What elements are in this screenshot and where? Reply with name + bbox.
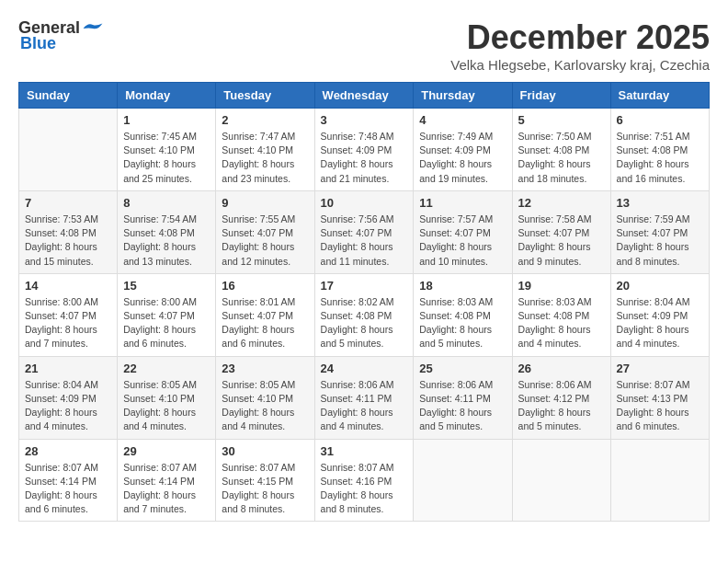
day-info: Sunrise: 7:54 AM Sunset: 4:08 PM Dayligh… <box>123 213 210 269</box>
calendar-cell: 18Sunrise: 8:03 AM Sunset: 4:08 PM Dayli… <box>414 273 512 356</box>
day-info: Sunrise: 8:06 AM Sunset: 4:12 PM Dayligh… <box>518 378 605 434</box>
day-info: Sunrise: 7:51 AM Sunset: 4:08 PM Dayligh… <box>617 130 703 186</box>
calendar-cell: 3Sunrise: 7:48 AM Sunset: 4:09 PM Daylig… <box>314 109 414 191</box>
day-number: 22 <box>123 362 210 375</box>
day-number: 26 <box>518 362 605 375</box>
calendar-cell: 16Sunrise: 8:01 AM Sunset: 4:07 PM Dayli… <box>216 273 314 356</box>
day-number: 28 <box>25 444 111 458</box>
day-number: 29 <box>123 444 210 458</box>
day-number: 19 <box>518 279 605 293</box>
calendar-cell: 28Sunrise: 8:07 AM Sunset: 4:14 PM Dayli… <box>19 439 118 522</box>
day-info: Sunrise: 7:53 AM Sunset: 4:08 PM Dayligh… <box>25 213 111 269</box>
calendar-cell: 27Sunrise: 8:07 AM Sunset: 4:13 PM Dayli… <box>610 356 709 439</box>
day-info: Sunrise: 8:00 AM Sunset: 4:07 PM Dayligh… <box>25 295 111 351</box>
header-thursday: Thursday <box>414 83 512 109</box>
day-number: 30 <box>222 444 308 458</box>
day-info: Sunrise: 8:03 AM Sunset: 4:08 PM Dayligh… <box>518 295 605 351</box>
day-info: Sunrise: 8:05 AM Sunset: 4:10 PM Dayligh… <box>123 378 210 434</box>
calendar-cell <box>512 439 610 522</box>
day-number: 15 <box>123 279 210 293</box>
day-info: Sunrise: 8:07 AM Sunset: 4:16 PM Dayligh… <box>321 461 408 517</box>
day-info: Sunrise: 7:58 AM Sunset: 4:07 PM Dayligh… <box>518 213 605 269</box>
calendar-cell: 10Sunrise: 7:56 AM Sunset: 4:07 PM Dayli… <box>314 190 414 273</box>
header-saturday: Saturday <box>610 83 709 109</box>
day-number: 25 <box>419 362 506 375</box>
day-number: 24 <box>321 362 408 375</box>
day-info: Sunrise: 7:59 AM Sunset: 4:07 PM Dayligh… <box>617 213 703 269</box>
day-number: 23 <box>222 362 308 375</box>
calendar-cell: 12Sunrise: 7:58 AM Sunset: 4:07 PM Dayli… <box>512 190 610 273</box>
calendar-week-row: 21Sunrise: 8:04 AM Sunset: 4:09 PM Dayli… <box>19 356 710 439</box>
calendar-cell: 26Sunrise: 8:06 AM Sunset: 4:12 PM Dayli… <box>512 356 610 439</box>
calendar-week-row: 1Sunrise: 7:45 AM Sunset: 4:10 PM Daylig… <box>19 109 710 191</box>
header-tuesday: Tuesday <box>216 83 314 109</box>
calendar-week-row: 28Sunrise: 8:07 AM Sunset: 4:14 PM Dayli… <box>19 439 710 522</box>
day-info: Sunrise: 7:49 AM Sunset: 4:09 PM Dayligh… <box>419 130 506 186</box>
day-info: Sunrise: 8:04 AM Sunset: 4:09 PM Dayligh… <box>617 295 703 351</box>
calendar-cell: 21Sunrise: 8:04 AM Sunset: 4:09 PM Dayli… <box>19 356 118 439</box>
calendar-cell: 30Sunrise: 8:07 AM Sunset: 4:15 PM Dayli… <box>216 439 314 522</box>
logo: General Blue <box>18 18 104 53</box>
calendar-week-row: 14Sunrise: 8:00 AM Sunset: 4:07 PM Dayli… <box>19 273 710 356</box>
day-info: Sunrise: 8:03 AM Sunset: 4:08 PM Dayligh… <box>419 295 506 351</box>
calendar-cell: 14Sunrise: 8:00 AM Sunset: 4:07 PM Dayli… <box>19 273 118 356</box>
title-section: December 2025 Velka Hlegsebe, Karlovarsk… <box>450 18 710 73</box>
page-header: General Blue December 2025 Velka Hlegseb… <box>18 18 710 73</box>
calendar-cell: 9Sunrise: 7:55 AM Sunset: 4:07 PM Daylig… <box>216 190 314 273</box>
day-number: 5 <box>518 113 605 127</box>
calendar-table: SundayMondayTuesdayWednesdayThursdayFrid… <box>18 82 710 522</box>
header-friday: Friday <box>512 83 610 109</box>
day-number: 16 <box>222 279 308 293</box>
calendar-cell: 29Sunrise: 8:07 AM Sunset: 4:14 PM Dayli… <box>118 439 216 522</box>
calendar-cell: 31Sunrise: 8:07 AM Sunset: 4:16 PM Dayli… <box>314 439 414 522</box>
logo-blue-text: Blue <box>20 34 56 53</box>
day-number: 7 <box>25 196 111 210</box>
calendar-cell: 22Sunrise: 8:05 AM Sunset: 4:10 PM Dayli… <box>118 356 216 439</box>
calendar-cell: 4Sunrise: 7:49 AM Sunset: 4:09 PM Daylig… <box>414 109 512 191</box>
day-number: 18 <box>419 279 506 293</box>
day-info: Sunrise: 8:06 AM Sunset: 4:11 PM Dayligh… <box>419 378 506 434</box>
day-info: Sunrise: 8:07 AM Sunset: 4:15 PM Dayligh… <box>222 461 308 517</box>
calendar-cell <box>414 439 512 522</box>
day-number: 10 <box>321 196 408 210</box>
day-number: 21 <box>25 362 111 375</box>
calendar-cell: 2Sunrise: 7:47 AM Sunset: 4:10 PM Daylig… <box>216 109 314 191</box>
day-number: 14 <box>25 279 111 293</box>
day-number: 3 <box>321 113 408 127</box>
day-number: 27 <box>617 362 703 375</box>
location-subtitle: Velka Hlegsebe, Karlovarsky kraj, Czechi… <box>450 57 710 73</box>
day-number: 9 <box>222 196 308 210</box>
calendar-header-row: SundayMondayTuesdayWednesdayThursdayFrid… <box>19 83 710 109</box>
day-info: Sunrise: 7:47 AM Sunset: 4:10 PM Dayligh… <box>222 130 308 186</box>
calendar-cell: 1Sunrise: 7:45 AM Sunset: 4:10 PM Daylig… <box>118 109 216 191</box>
header-wednesday: Wednesday <box>314 83 414 109</box>
calendar-cell: 17Sunrise: 8:02 AM Sunset: 4:08 PM Dayli… <box>314 273 414 356</box>
calendar-cell: 15Sunrise: 8:00 AM Sunset: 4:07 PM Dayli… <box>118 273 216 356</box>
day-info: Sunrise: 8:07 AM Sunset: 4:13 PM Dayligh… <box>617 378 703 434</box>
header-sunday: Sunday <box>19 83 118 109</box>
calendar-cell: 25Sunrise: 8:06 AM Sunset: 4:11 PM Dayli… <box>414 356 512 439</box>
calendar-cell <box>19 109 118 191</box>
day-info: Sunrise: 8:07 AM Sunset: 4:14 PM Dayligh… <box>123 461 210 517</box>
calendar-cell: 13Sunrise: 7:59 AM Sunset: 4:07 PM Dayli… <box>610 190 709 273</box>
day-number: 8 <box>123 196 210 210</box>
day-info: Sunrise: 8:01 AM Sunset: 4:07 PM Dayligh… <box>222 295 308 351</box>
day-info: Sunrise: 7:55 AM Sunset: 4:07 PM Dayligh… <box>222 213 308 269</box>
calendar-week-row: 7Sunrise: 7:53 AM Sunset: 4:08 PM Daylig… <box>19 190 710 273</box>
day-info: Sunrise: 7:50 AM Sunset: 4:08 PM Dayligh… <box>518 130 605 186</box>
day-info: Sunrise: 8:04 AM Sunset: 4:09 PM Dayligh… <box>25 378 111 434</box>
day-info: Sunrise: 8:07 AM Sunset: 4:14 PM Dayligh… <box>25 461 111 517</box>
day-info: Sunrise: 8:00 AM Sunset: 4:07 PM Dayligh… <box>123 295 210 351</box>
calendar-cell: 7Sunrise: 7:53 AM Sunset: 4:08 PM Daylig… <box>19 190 118 273</box>
calendar-cell: 20Sunrise: 8:04 AM Sunset: 4:09 PM Dayli… <box>610 273 709 356</box>
day-number: 6 <box>617 113 703 127</box>
calendar-cell: 11Sunrise: 7:57 AM Sunset: 4:07 PM Dayli… <box>414 190 512 273</box>
calendar-cell: 19Sunrise: 8:03 AM Sunset: 4:08 PM Dayli… <box>512 273 610 356</box>
day-info: Sunrise: 7:45 AM Sunset: 4:10 PM Dayligh… <box>123 130 210 186</box>
day-number: 11 <box>419 196 506 210</box>
day-info: Sunrise: 8:02 AM Sunset: 4:08 PM Dayligh… <box>321 295 408 351</box>
day-number: 1 <box>123 113 210 127</box>
day-number: 17 <box>321 279 408 293</box>
calendar-cell: 6Sunrise: 7:51 AM Sunset: 4:08 PM Daylig… <box>610 109 709 191</box>
day-info: Sunrise: 7:56 AM Sunset: 4:07 PM Dayligh… <box>321 213 408 269</box>
